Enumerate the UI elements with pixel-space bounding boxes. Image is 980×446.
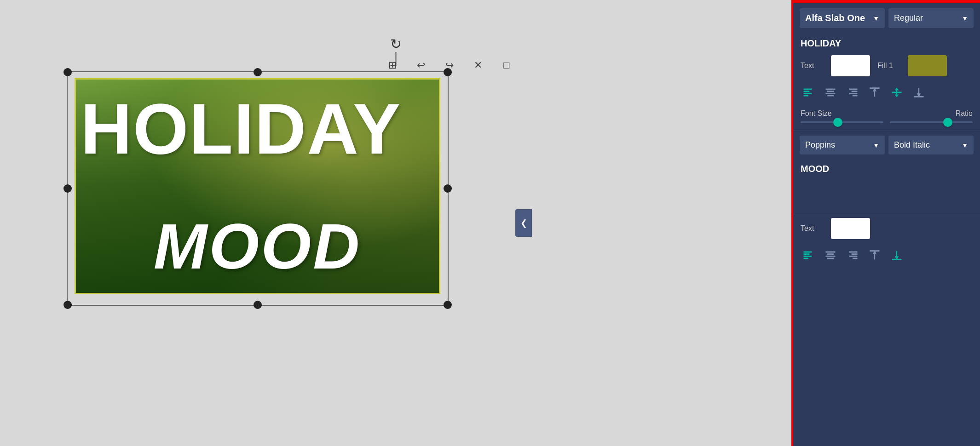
section1-title: HOLIDAY <box>793 34 980 51</box>
chevron-left-icon: ❮ <box>520 218 527 228</box>
font-selectors-row2: Poppins ▼ Bold Italic ▼ <box>793 131 980 159</box>
slider-labels-1: Font Size Ratio <box>801 109 973 118</box>
ratio-label: Ratio <box>956 109 973 118</box>
font-family-chevron-1: ▼ <box>873 15 879 22</box>
font-style-label-1: Regular <box>894 13 923 23</box>
valign-bot-icon-2[interactable] <box>889 248 905 262</box>
font-size-track <box>801 121 883 123</box>
slider-section-1: Font Size Ratio <box>793 106 980 131</box>
font-family-chevron-2: ▼ <box>873 142 879 149</box>
font-size-slider[interactable] <box>801 121 883 123</box>
alignment-row-2 <box>793 246 980 267</box>
sliders-row-1 <box>801 121 973 123</box>
handle-mid-right[interactable] <box>444 184 452 193</box>
font-style-dropdown-1[interactable]: Regular ▼ <box>888 8 974 28</box>
holiday-text: HOLIDAY <box>81 93 401 165</box>
font-selectors-row1: Alfa Slab One ▼ Regular ▼ <box>793 3 980 34</box>
font-style-chevron-2: ▼ <box>962 142 968 149</box>
handle-bot-mid[interactable] <box>254 301 262 309</box>
handle-top-mid[interactable] <box>254 68 262 76</box>
font-family-label-1: Alfa Slab One <box>805 13 865 23</box>
rotate-icon[interactable]: ↻ <box>390 36 402 52</box>
align-center-icon[interactable] <box>823 86 838 99</box>
text-color-swatch-2[interactable] <box>831 218 870 239</box>
ratio-thumb[interactable] <box>943 118 952 127</box>
grid-icon[interactable]: ⊞ <box>382 55 403 75</box>
handle-mid-left[interactable] <box>63 184 72 193</box>
panel-collapse-toggle[interactable]: ❮ <box>515 209 532 237</box>
align-center-icon-2[interactable] <box>823 248 838 262</box>
fill-color-swatch-1[interactable] <box>908 55 947 76</box>
fill-label-1: Fill 1 <box>877 62 900 70</box>
ratio-track <box>890 121 973 123</box>
valign-bot-icon[interactable] <box>911 86 927 99</box>
font-family-dropdown-1[interactable]: Alfa Slab One ▼ <box>800 8 885 28</box>
align-left-icon-2[interactable] <box>801 248 816 262</box>
mood-text: MOOD <box>154 209 362 284</box>
redo-icon[interactable]: ↪ <box>439 55 460 75</box>
color-row-2: Text <box>793 214 980 246</box>
canvas-area: ↻ ⊞ ↩ ↪ ✕ □ HOLIDAY MOOD ❮ <box>0 0 791 446</box>
color-row-1: Text Fill 1 <box>793 51 980 83</box>
valign-top-icon[interactable] <box>867 86 882 99</box>
section2-title: MOOD <box>793 159 980 177</box>
text-label-1: Text <box>801 62 824 70</box>
expand-icon[interactable]: □ <box>496 55 517 75</box>
align-right-icon[interactable] <box>845 86 860 99</box>
font-family-dropdown-2[interactable]: Poppins ▼ <box>800 136 885 154</box>
font-style-dropdown-2[interactable]: Bold Italic ▼ <box>888 136 974 154</box>
font-style-chevron-1: ▼ <box>962 15 968 22</box>
handle-top-left[interactable] <box>63 68 72 76</box>
floating-toolbar: ⊞ ↩ ↪ ✕ □ <box>382 55 517 75</box>
font-size-thumb[interactable] <box>833 118 842 127</box>
handle-bot-right[interactable] <box>444 301 452 309</box>
font-size-label: Font Size <box>801 109 832 118</box>
right-panel: Alfa Slab One ▼ Regular ▼ HOLIDAY Text F… <box>791 0 980 446</box>
text-label-2: Text <box>801 224 824 233</box>
text-color-swatch-1[interactable] <box>831 55 870 76</box>
align-right-icon-2[interactable] <box>845 248 860 262</box>
ratio-slider[interactable] <box>890 121 973 123</box>
handle-bot-left[interactable] <box>63 301 72 309</box>
valign-top-icon-2[interactable] <box>867 248 882 262</box>
mood-section-content <box>793 177 980 214</box>
alignment-row-1 <box>793 83 980 106</box>
undo-icon[interactable]: ↩ <box>411 55 431 75</box>
image-card[interactable]: HOLIDAY MOOD <box>75 78 440 294</box>
close-icon[interactable]: ✕ <box>468 55 488 75</box>
valign-mid-icon[interactable] <box>889 86 905 99</box>
font-family-label-2: Poppins <box>805 140 835 150</box>
align-left-icon[interactable] <box>801 86 816 99</box>
font-style-label-2: Bold Italic <box>894 140 930 150</box>
